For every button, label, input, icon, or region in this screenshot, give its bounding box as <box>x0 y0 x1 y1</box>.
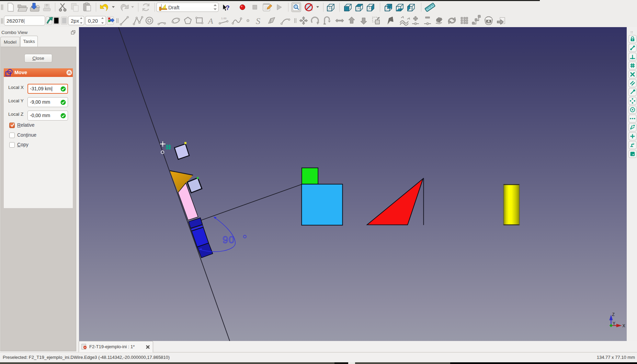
svg-text:?: ? <box>226 4 230 11</box>
svg-text:90: 90 <box>223 234 235 245</box>
svg-text:262078|: 262078| <box>7 18 25 24</box>
svg-text:Draft: Draft <box>168 4 180 10</box>
svg-text:1.00: 1.00 <box>221 17 227 20</box>
svg-text:Y: Y <box>613 321 615 326</box>
svg-text:A: A <box>207 16 213 25</box>
svg-text:0,20: 0,20 <box>88 18 98 24</box>
svg-text:2px: 2px <box>71 18 79 24</box>
svg-text:X: X <box>623 323 625 328</box>
svg-text:S: S <box>256 16 260 26</box>
svg-text:Z: Z <box>612 312 615 317</box>
